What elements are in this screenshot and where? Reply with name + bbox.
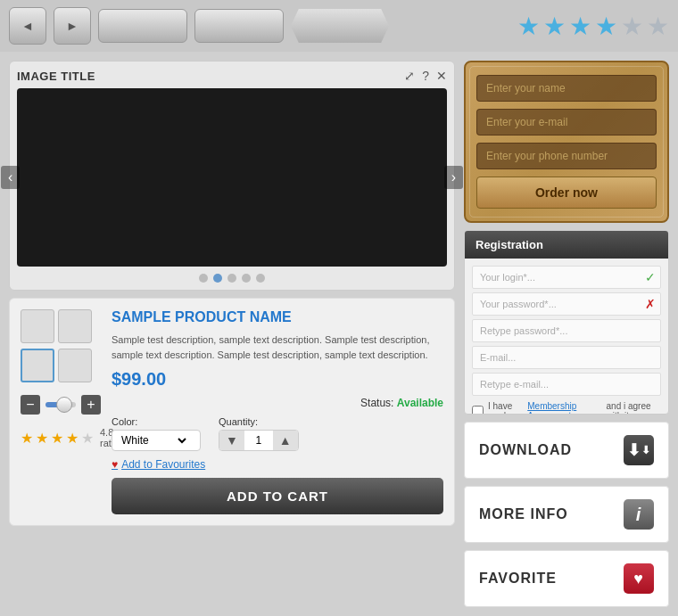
color-select-wrapper: White Black Red Blue — [112, 430, 201, 451]
dot-1[interactable] — [199, 274, 208, 283]
slider-thumb[interactable] — [56, 397, 72, 413]
image-title: IMAGE TITLE — [17, 70, 95, 83]
product-info: SAMPLE PRODUCT NAME Sample test descript… — [112, 309, 443, 514]
agreement-text: I have read — [488, 401, 523, 415]
slider-plus-button[interactable]: + — [81, 395, 101, 415]
login-input[interactable] — [472, 266, 661, 289]
quantity-input[interactable] — [244, 434, 273, 447]
agreement-suffix: and i agree with it — [607, 401, 661, 415]
password-input[interactable] — [472, 292, 661, 316]
quantity-decrease-button[interactable]: ▼ — [219, 431, 244, 450]
thumbnail-1[interactable] — [21, 309, 54, 343]
favorite-icon: ♥ — [624, 563, 654, 594]
registration-header: Registration — [465, 231, 668, 259]
password-field-wrap: ✗ — [472, 292, 661, 316]
thumbnail-2[interactable] — [58, 309, 92, 343]
product-status: Status: Available — [112, 397, 443, 409]
favorite-label: FAVORITE — [479, 571, 557, 587]
order-now-button[interactable]: Order now — [476, 177, 657, 209]
nav-btn-2[interactable] — [194, 9, 284, 43]
quantity-increase-button[interactable]: ▲ — [273, 431, 298, 450]
dot-4[interactable] — [242, 274, 251, 283]
parchment-name-input[interactable] — [476, 75, 657, 102]
next-button[interactable]: ► — [54, 7, 91, 45]
top-bar: ◄ ► ★ ★ ★ ★ ★ ★ — [0, 0, 678, 52]
product-description: Sample test description, sample text des… — [112, 333, 443, 362]
password-invalid-indicator: ✗ — [645, 297, 656, 311]
product-star-1: ★ — [21, 430, 33, 447]
star-2: ★ — [543, 12, 566, 41]
membership-agreement-link[interactable]: Membership Agreement — [527, 401, 601, 415]
heart-icon: ♥ — [112, 458, 118, 471]
retype-email-input[interactable] — [472, 373, 661, 396]
slide-dots — [17, 274, 447, 283]
star-6: ★ — [647, 12, 669, 41]
image-next-button[interactable]: › — [444, 166, 463, 189]
retype-password-input[interactable] — [472, 319, 661, 342]
product-star-4: ★ — [66, 430, 79, 447]
info-icon: i — [624, 499, 654, 530]
status-value: Available — [397, 397, 443, 409]
download-action[interactable]: DOWNLOAD ⬇ ⬇ — [464, 422, 669, 479]
image-display — [17, 88, 447, 267]
quantity-label: Quantity: — [219, 416, 299, 427]
favorite-action[interactable]: FAVORITE ♥ — [464, 550, 669, 607]
prev-button[interactable]: ◄ — [9, 7, 46, 45]
agreement-checkbox[interactable] — [472, 406, 484, 415]
product-price: $99.00 — [112, 369, 443, 390]
main-content: IMAGE TITLE ⤢ ? ✕ ‹ › — [0, 52, 678, 616]
status-label: Status: — [360, 397, 393, 409]
quantity-control: ▼ ▲ — [219, 430, 299, 451]
left-panel: IMAGE TITLE ⤢ ? ✕ ‹ › — [9, 61, 455, 607]
slider-minus-button[interactable]: − — [21, 395, 40, 415]
thumb-row-1 — [21, 309, 101, 343]
right-panel: Order now Registration ✓ ✗ — [464, 61, 669, 607]
image-viewer: IMAGE TITLE ⤢ ? ✕ ‹ › — [9, 61, 455, 291]
nav-btn-3[interactable] — [291, 9, 389, 43]
product-star-2: ★ — [36, 430, 48, 447]
image-viewer-controls: ⤢ ? ✕ — [404, 69, 447, 83]
quantity-option: Quantity: ▼ ▲ — [219, 416, 299, 451]
slider-track[interactable] — [45, 402, 76, 407]
retype-email-field-wrap — [472, 373, 661, 396]
star-5: ★ — [621, 12, 643, 41]
color-label: Color: — [112, 416, 201, 427]
login-valid-indicator: ✓ — [645, 270, 656, 284]
favourites-label: Add to Favourites — [121, 458, 205, 471]
thumbnail-4[interactable] — [58, 349, 92, 382]
image-prev-button[interactable]: ‹ — [1, 166, 20, 189]
star-1: ★ — [517, 12, 540, 41]
more-info-action[interactable]: MORE INFO i — [464, 486, 669, 543]
product-slider: − + — [21, 395, 101, 415]
close-icon[interactable]: ✕ — [436, 69, 447, 83]
product-options: Color: White Black Red Blue Quantity: — [112, 416, 443, 451]
nav-btn-1[interactable] — [98, 9, 187, 43]
reg-email-input[interactable] — [472, 346, 661, 369]
dot-3[interactable] — [227, 274, 236, 283]
product-section: − + ★ ★ ★ ★ ★ 4.8 rates SAMPLE PRODUCT — [9, 298, 455, 526]
registration-body: ✓ ✗ I have read Membershi — [465, 259, 668, 415]
thumb-row-2 — [21, 349, 101, 382]
download-icon: ⬇ ⬇ — [624, 435, 654, 465]
thumbnail-3-selected[interactable] — [21, 349, 54, 382]
help-icon[interactable]: ? — [422, 69, 429, 83]
agreement-row: I have read Membership Agreement and i a… — [472, 401, 661, 415]
product-name: SAMPLE PRODUCT NAME — [112, 309, 443, 325]
favourites-link[interactable]: ♥ Add to Favourites — [112, 458, 443, 471]
login-field-wrap: ✓ — [472, 266, 661, 289]
parchment-email-input[interactable] — [476, 109, 657, 136]
dot-5[interactable] — [256, 274, 265, 283]
download-label: DOWNLOAD — [479, 442, 572, 458]
dot-2[interactable] — [213, 274, 222, 283]
color-dropdown[interactable]: White Black Red Blue — [118, 433, 189, 448]
parchment-phone-input[interactable] — [476, 143, 657, 169]
more-info-label: MORE INFO — [479, 506, 568, 522]
retype-password-field-wrap — [472, 319, 661, 342]
product-star-5: ★ — [81, 430, 94, 447]
image-container: ‹ › — [17, 88, 447, 267]
image-viewer-header: IMAGE TITLE ⤢ ? ✕ — [17, 69, 447, 83]
top-rating: ★ ★ ★ ★ ★ ★ — [517, 12, 669, 41]
add-to-cart-button[interactable]: ADD TO CART — [112, 478, 443, 514]
expand-icon[interactable]: ⤢ — [404, 69, 415, 83]
star-4: ★ — [595, 12, 617, 41]
